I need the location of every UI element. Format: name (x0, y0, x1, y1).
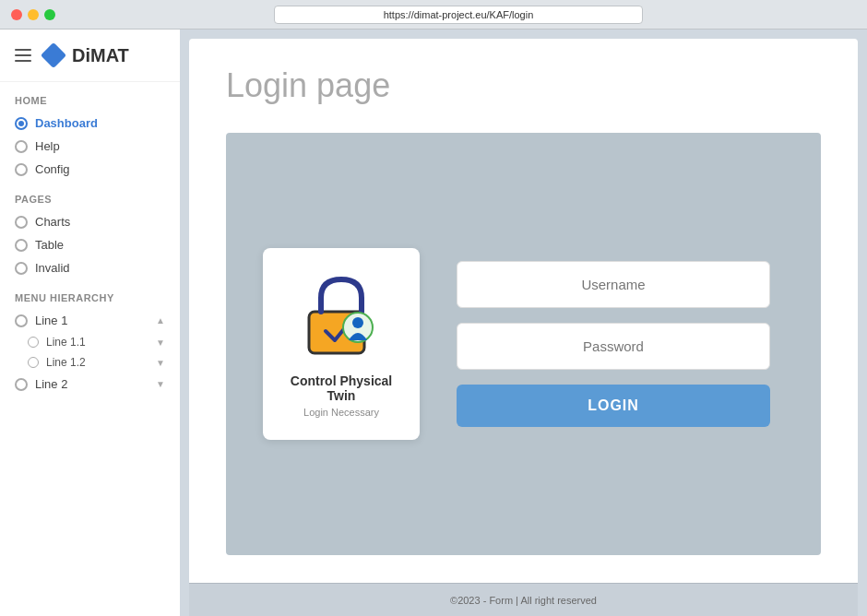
sidebar-item-line12-label: Line 1.2 (46, 356, 86, 369)
radio-charts (15, 216, 28, 229)
sidebar-item-line2-label: Line 2 (35, 377, 67, 391)
radio-line1 (15, 314, 28, 327)
page-area: Login page (189, 39, 858, 583)
radio-config (15, 163, 28, 176)
radio-invalid (15, 262, 28, 275)
sidebar-item-line11[interactable]: Line 1.1 ▼ (0, 332, 180, 352)
sidebar-item-charts-label: Charts (35, 215, 70, 229)
radio-line12 (28, 357, 39, 368)
login-button[interactable]: LOGIN (457, 385, 770, 427)
sidebar-section-home: HOME (0, 82, 180, 112)
sidebar-item-dashboard-label: Dashboard (35, 116, 98, 130)
main-content: Login page (180, 30, 867, 616)
sidebar-item-invalid[interactable]: Invalid (0, 256, 180, 279)
radio-dashboard (15, 117, 28, 130)
sidebar-item-line2[interactable]: Line 2 ▼ (0, 373, 180, 396)
footer: ©2023 - Form | All right reserved (189, 583, 858, 616)
username-input[interactable] (457, 261, 770, 308)
radio-line2 (15, 378, 28, 391)
browser-close-dot[interactable] (11, 9, 22, 20)
sidebar-item-config[interactable]: Config (0, 158, 180, 181)
password-input[interactable] (457, 323, 770, 370)
sidebar-item-help-label: Help (35, 139, 60, 153)
login-card-subtitle: Login Necessary (303, 407, 379, 418)
svg-point-3 (352, 317, 363, 328)
sidebar-item-invalid-label: Invalid (35, 261, 70, 275)
sidebar-item-charts[interactable]: Charts (0, 210, 180, 233)
logo-text: DiMAT (72, 45, 129, 66)
sidebar-item-dashboard[interactable]: Dashboard (0, 112, 180, 135)
login-content-area: Control Physical Twin Login Necessary LO… (226, 133, 821, 555)
browser-maximize-dot[interactable] (44, 9, 55, 20)
hamburger-icon[interactable] (15, 49, 31, 62)
sidebar-item-line1-label: Line 1 (35, 314, 67, 327)
radio-line11 (28, 337, 39, 348)
svg-rect-0 (41, 42, 66, 68)
radio-help (15, 140, 28, 153)
sidebar: DiMAT HOME Dashboard Help Config PAGES C… (0, 30, 180, 616)
sidebar-item-line1[interactable]: Line 1 ▲ (0, 309, 180, 332)
chevron-up-icon: ▲ (156, 315, 165, 326)
sidebar-item-line11-label: Line 1.1 (46, 336, 86, 349)
login-form: LOGIN (457, 261, 770, 427)
login-card-title: Control Physical Twin (281, 373, 401, 403)
login-card: Control Physical Twin Login Necessary (263, 248, 420, 440)
lock-icon-wrapper (295, 270, 387, 362)
app-shell: DiMAT HOME Dashboard Help Config PAGES C… (0, 30, 867, 616)
sidebar-section-pages: PAGES (0, 181, 180, 210)
sidebar-item-table[interactable]: Table (0, 233, 180, 256)
sidebar-item-line12[interactable]: Line 1.2 ▼ (0, 352, 180, 373)
radio-table (15, 239, 28, 252)
chevron-down-icon-line2: ▼ (156, 379, 165, 389)
browser-minimize-dot[interactable] (28, 9, 39, 20)
browser-chrome: https://dimat-project.eu/KAF/login (0, 0, 867, 30)
chevron-down-icon-line12: ▼ (156, 358, 165, 368)
sidebar-item-help[interactable]: Help (0, 135, 180, 158)
logo-icon (41, 42, 66, 68)
logo-container: DiMAT (41, 42, 129, 68)
sidebar-item-table-label: Table (35, 238, 64, 252)
sidebar-item-config-label: Config (35, 162, 70, 176)
chevron-down-icon-line11: ▼ (156, 338, 165, 348)
footer-text: ©2023 - Form | All right reserved (450, 595, 597, 606)
url-bar[interactable]: https://dimat-project.eu/KAF/login (274, 6, 643, 24)
page-title: Login page (226, 66, 821, 105)
sidebar-header: DiMAT (0, 30, 180, 82)
sidebar-section-menu-hierarchy: MENU HIERARCHY (0, 279, 180, 309)
